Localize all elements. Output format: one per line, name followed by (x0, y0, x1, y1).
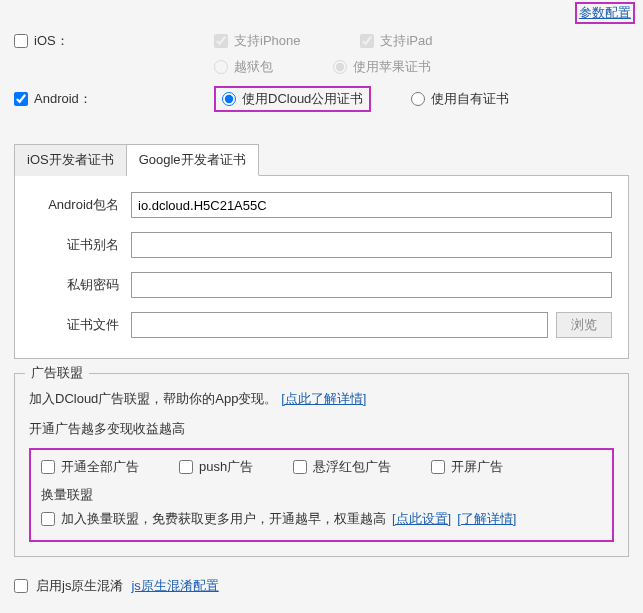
apple-cert-label: 使用苹果证书 (353, 58, 431, 76)
enable-js-label: 启用js原生混淆 (36, 577, 123, 595)
alias-input[interactable] (131, 232, 612, 258)
enable-js-checkbox[interactable] (14, 579, 28, 593)
browse-button: 浏览 (556, 312, 612, 338)
dcloud-cert-label: 使用DCloud公用证书 (242, 90, 363, 108)
splash-ads-checkbox[interactable] (431, 460, 445, 474)
hongbao-ads-label: 悬浮红包广告 (313, 458, 391, 476)
all-ads-checkbox[interactable] (41, 460, 55, 474)
package-input[interactable] (131, 192, 612, 218)
ad-join-text: 加入DCloud广告联盟，帮助你的App变现。 (29, 391, 278, 406)
support-ipad-label: 支持iPad (380, 32, 432, 50)
config-link[interactable]: 参数配置 (575, 2, 635, 24)
support-ipad-checkbox (360, 34, 374, 48)
ios-checkbox[interactable] (14, 34, 28, 48)
ad-legend: 广告联盟 (25, 364, 89, 382)
own-cert-label: 使用自有证书 (431, 90, 509, 108)
tab-ios-cert[interactable]: iOS开发者证书 (14, 144, 127, 176)
apple-cert-radio (333, 60, 347, 74)
google-cert-panel: Android包名 证书别名 私钥密码 证书文件 浏览 (14, 175, 629, 359)
android-checkbox[interactable] (14, 92, 28, 106)
all-ads-label: 开通全部广告 (61, 458, 139, 476)
huanliang-checkbox[interactable] (41, 512, 55, 526)
dcloud-cert-radio[interactable] (222, 92, 236, 106)
pk-label: 私钥密码 (31, 276, 131, 294)
package-label: Android包名 (31, 196, 131, 214)
push-ads-label: push广告 (199, 458, 253, 476)
push-ads-checkbox[interactable] (179, 460, 193, 474)
jailbreak-radio (214, 60, 228, 74)
file-label: 证书文件 (31, 316, 131, 334)
ad-more-text: 开通广告越多变现收益越高 (29, 420, 614, 438)
jailbreak-label: 越狱包 (234, 58, 273, 76)
js-config-link[interactable]: js原生混淆配置 (131, 577, 218, 595)
own-cert-radio[interactable] (411, 92, 425, 106)
cert-tabs: iOS开发者证书 Google开发者证书 Android包名 证书别名 私钥密码… (14, 144, 629, 359)
file-input[interactable] (131, 312, 548, 338)
splash-ads-label: 开屏广告 (451, 458, 503, 476)
ad-fieldset: 广告联盟 加入DCloud广告联盟，帮助你的App变现。 [点此了解详情] 开通… (14, 373, 629, 557)
ad-join-link[interactable]: [点此了解详情] (281, 391, 366, 406)
tab-google-cert[interactable]: Google开发者证书 (127, 144, 259, 176)
alias-label: 证书别名 (31, 236, 131, 254)
huanliang-text: 加入换量联盟，免费获取更多用户，开通越早，权重越高 (61, 510, 386, 528)
hongbao-ads-checkbox[interactable] (293, 460, 307, 474)
ad-options-highlight: 开通全部广告 push广告 悬浮红包广告 开屏广告 换量联盟 加入换量联盟，免费… (29, 448, 614, 542)
android-label: Android： (34, 90, 92, 108)
huanliang-more-link[interactable]: [了解详情] (457, 510, 516, 528)
platform-section: iOS： 支持iPhone 支持iPad 越狱包 使用苹果证书 Android：… (0, 26, 643, 124)
huanliang-label: 换量联盟 (41, 486, 602, 504)
support-iphone-checkbox (214, 34, 228, 48)
bottom-row: 启用js原生混淆 js原生混淆配置 (0, 567, 643, 605)
ios-label: iOS： (34, 32, 69, 50)
pk-input[interactable] (131, 272, 612, 298)
support-iphone-label: 支持iPhone (234, 32, 300, 50)
huanliang-set-link[interactable]: [点此设置] (392, 510, 451, 528)
